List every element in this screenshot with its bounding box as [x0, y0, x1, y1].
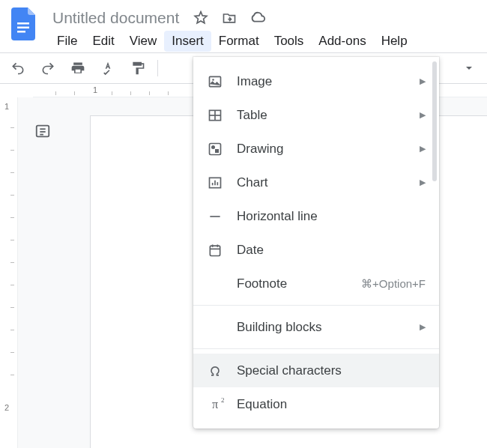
menu-item-label: Table — [237, 108, 414, 123]
svg-rect-1 — [17, 27, 29, 29]
menu-item-image[interactable]: Image ▶ — [193, 64, 439, 98]
ruler-number: 2 — [4, 403, 9, 412]
ruler-number: 1 — [93, 85, 97, 94]
menu-help[interactable]: Help — [374, 31, 415, 52]
horizontal-line-icon — [207, 208, 223, 225]
chevron-right-icon: ▶ — [420, 144, 426, 154]
menu-item-table[interactable]: Table ▶ — [193, 98, 439, 132]
spellcheck-button[interactable] — [97, 58, 118, 79]
ruler-number: 1 — [4, 102, 9, 111]
menubar: File Edit View Insert Format Tools Add-o… — [49, 30, 478, 52]
menu-edit[interactable]: Edit — [85, 31, 121, 52]
menu-item-label: Building blocks — [237, 320, 414, 335]
menu-item-label: Date — [237, 243, 426, 258]
menu-item-shortcut: ⌘+Option+F — [361, 277, 426, 291]
menu-tools[interactable]: Tools — [267, 31, 312, 52]
cloud-status-icon[interactable] — [249, 10, 266, 26]
menu-item-label: Drawing — [237, 142, 414, 157]
docs-logo[interactable] — [9, 6, 39, 42]
move-icon[interactable] — [221, 10, 238, 26]
menu-item-footnote[interactable]: Footnote ⌘+Option+F — [193, 267, 439, 300]
menu-insert[interactable]: Insert — [164, 31, 211, 52]
menu-item-drawing[interactable]: Drawing ▶ — [193, 132, 439, 166]
omega-icon — [207, 363, 223, 379]
menu-item-building-blocks[interactable]: Building blocks ▶ — [193, 310, 439, 344]
table-icon — [207, 107, 223, 124]
image-icon — [207, 73, 223, 90]
vertical-ruler[interactable]: 1 2 — [0, 97, 18, 448]
document-title[interactable]: Untitled document — [49, 9, 182, 27]
chart-icon — [207, 175, 223, 191]
svg-point-14 — [211, 145, 215, 149]
chevron-right-icon: ▶ — [420, 322, 426, 332]
svg-point-9 — [212, 79, 214, 81]
menu-format[interactable]: Format — [211, 31, 267, 52]
menu-item-horizontal-line[interactable]: Horizontal line — [193, 199, 439, 233]
menu-item-label: Chart — [237, 175, 414, 190]
undo-button[interactable] — [7, 58, 28, 79]
menu-view[interactable]: View — [122, 31, 165, 52]
blank-icon — [207, 276, 223, 292]
toolbar-separator — [157, 60, 158, 76]
menu-item-date[interactable]: Date — [193, 233, 439, 267]
menu-item-label: Special characters — [237, 363, 426, 378]
menu-separator — [193, 305, 439, 306]
date-icon — [207, 242, 223, 258]
svg-rect-21 — [210, 246, 220, 255]
menu-item-label: Footnote — [237, 276, 361, 291]
svg-rect-2 — [17, 31, 25, 33]
outline-button[interactable] — [30, 118, 55, 144]
star-icon[interactable] — [193, 10, 209, 26]
paint-format-button[interactable] — [127, 58, 148, 79]
menu-item-chart[interactable]: Chart ▶ — [193, 166, 439, 199]
pi-icon: π2 — [207, 396, 223, 413]
blank-icon — [207, 319, 223, 336]
svg-rect-15 — [215, 149, 219, 153]
menu-item-special-characters[interactable]: Special characters — [193, 354, 439, 387]
menu-item-label: Equation — [237, 397, 426, 412]
insert-menu-dropdown: Image ▶ Table ▶ Drawing ▶ Chart ▶ Horizo… — [193, 57, 439, 429]
svg-rect-0 — [17, 22, 29, 25]
chevron-right-icon: ▶ — [420, 110, 426, 120]
redo-button[interactable] — [37, 58, 58, 79]
chevron-right-icon: ▶ — [420, 178, 426, 187]
menu-item-equation[interactable]: π2 Equation — [193, 387, 439, 421]
menu-item-label: Horizontal line — [237, 209, 426, 224]
menu-file[interactable]: File — [49, 31, 85, 52]
menu-item-label: Image — [237, 74, 414, 89]
menu-addons[interactable]: Add-ons — [311, 31, 373, 52]
print-button[interactable] — [67, 58, 88, 79]
menu-separator — [193, 348, 439, 349]
chevron-right-icon: ▶ — [420, 76, 426, 86]
drawing-icon — [207, 141, 223, 157]
toolbar-overflow-button[interactable] — [459, 58, 480, 79]
